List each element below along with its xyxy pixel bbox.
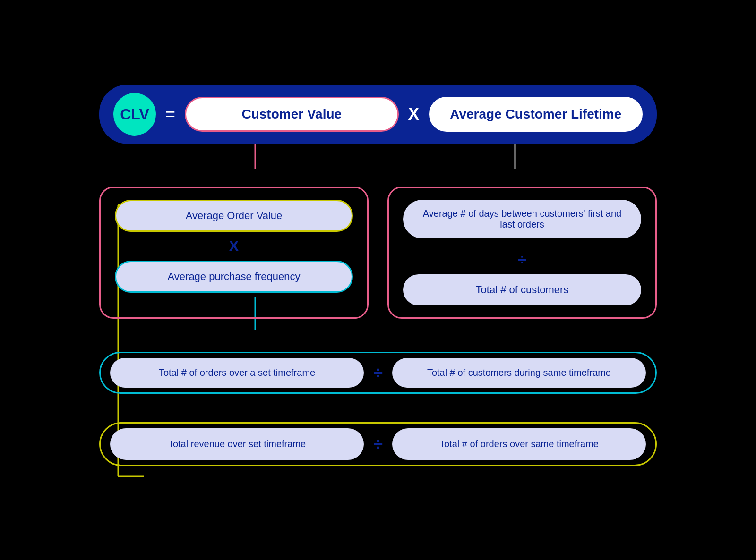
total-revenue-pill: Total revenue over set timeframe <box>110 428 364 460</box>
diagram-container: CLV = Customer Value X Average Customer … <box>71 66 685 494</box>
fourth-row: Total revenue over set timeframe ÷ Total… <box>99 422 657 466</box>
multiply-operator: X <box>115 232 353 261</box>
avg-lifetime-pill: Average Customer Lifetime <box>429 97 643 132</box>
divide-sign-third: ÷ <box>373 363 383 383</box>
equals-sign: = <box>165 104 175 124</box>
total-orders-timeframe-pill: Total # of orders over a set timeframe <box>110 358 364 388</box>
left-panel: Average Order Value X Average purchase f… <box>99 187 369 319</box>
divide-operator-right: ÷ <box>403 246 641 274</box>
avg-order-value-pill: Average Order Value <box>115 200 353 232</box>
avg-days-pill: Average # of days between customers' fir… <box>403 200 641 238</box>
right-panel: Average # of days between customers' fir… <box>387 187 657 319</box>
total-customers-timeframe-pill: Total # of customers during same timefra… <box>392 358 646 388</box>
total-customers-pill: Total # of customers <box>403 274 641 305</box>
total-orders-same-timeframe-pill: Total # of orders over same timeframe <box>392 428 646 460</box>
third-row: Total # of orders over a set timeframe ÷… <box>99 352 657 394</box>
divide-sign-fourth: ÷ <box>373 434 383 454</box>
top-row: CLV = Customer Value X Average Customer … <box>99 85 657 144</box>
customer-value-pill: Customer Value <box>185 97 398 132</box>
second-row: Average Order Value X Average purchase f… <box>99 187 657 319</box>
clv-badge: CLV <box>113 93 156 136</box>
multiply-sign: X <box>408 104 420 124</box>
avg-freq-pill: Average purchase frequency <box>115 261 353 293</box>
